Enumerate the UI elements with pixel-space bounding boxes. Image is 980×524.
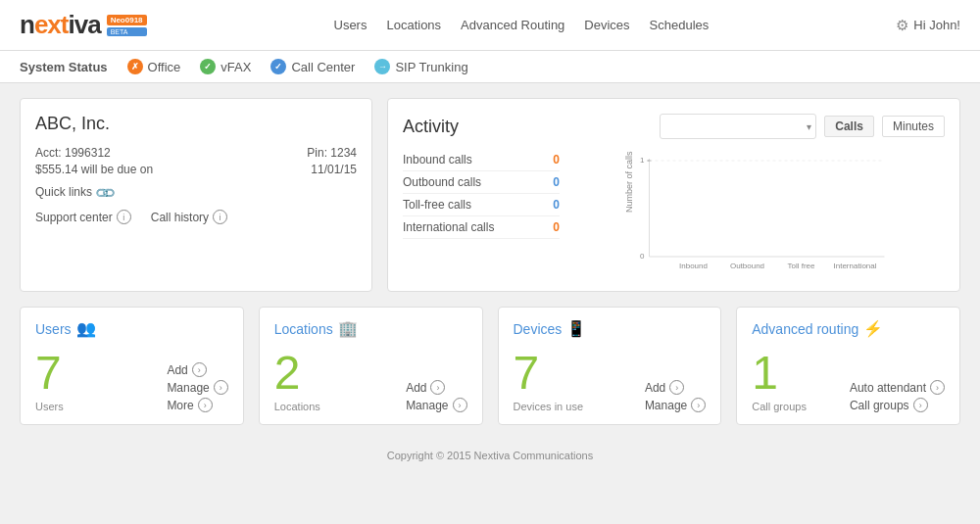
- stat-outbound: Outbound calls 0: [403, 171, 560, 194]
- svg-text:Inbound: Inbound: [679, 262, 708, 270]
- support-links: Support center i Call history i: [35, 210, 357, 224]
- office-label: Office: [148, 60, 181, 74]
- logo-ext: ext: [34, 10, 69, 39]
- status-sip[interactable]: → SIP Trunking: [374, 59, 467, 74]
- devices-big-number: 7: [514, 350, 584, 397]
- devices-add-icon: ›: [669, 380, 684, 395]
- nav-locations[interactable]: Locations: [386, 18, 441, 32]
- users-manage-link[interactable]: Manage ›: [167, 380, 227, 395]
- users-big-number-wrap: 7 Users: [35, 350, 64, 412]
- quick-links[interactable]: Quick links 🔗: [35, 184, 357, 200]
- routing-autoattendant-label: Auto attendant: [850, 381, 926, 395]
- users-big-label: Users: [35, 401, 64, 412]
- devices-big-number-wrap: 7 Devices in use: [514, 350, 584, 412]
- users-icon: 👥: [76, 319, 96, 338]
- users-card-title: Users 👥: [35, 319, 228, 338]
- logo-badge-sub: BETA: [107, 27, 147, 36]
- devices-add-link[interactable]: Add ›: [645, 380, 706, 395]
- routing-callgroups-label: Call groups: [850, 399, 909, 412]
- chart-y-label: Number of calls: [624, 151, 634, 213]
- activity-chart: Number of calls 1 0 Inbound Outbound: [569, 149, 945, 276]
- locations-big-number-wrap: 2 Locations: [274, 350, 320, 412]
- inbound-value: 0: [553, 153, 560, 167]
- status-vfax[interactable]: ✓ vFAX: [200, 59, 251, 74]
- tab-calls[interactable]: Calls: [824, 116, 874, 137]
- routing-big-label: Call groups: [752, 401, 807, 412]
- locations-manage-icon: ›: [453, 398, 467, 412]
- stat-tollfree: Toll-free calls 0: [403, 194, 560, 216]
- devices-manage-icon: ›: [691, 398, 706, 412]
- call-history-label: Call history: [151, 211, 209, 224]
- status-office[interactable]: ✗ Office: [127, 59, 181, 74]
- user-greeting: ⚙ Hi John!: [896, 17, 960, 34]
- users-manage-icon: ›: [214, 380, 228, 395]
- stat-international: International calls 0: [403, 216, 560, 239]
- nav-devices[interactable]: Devices: [584, 18, 629, 32]
- users-actions: Add › Manage › More ›: [167, 362, 227, 412]
- support-center-link[interactable]: Support center i: [35, 210, 131, 224]
- routing-callgroups-link[interactable]: Call groups ›: [850, 398, 945, 412]
- call-history-link[interactable]: Call history i: [151, 210, 227, 224]
- footer-text: Copyright © 2015 Nextiva Communications: [387, 450, 593, 461]
- routing-big-number-wrap: 1 Call groups: [752, 350, 807, 412]
- users-add-label: Add: [167, 363, 187, 377]
- devices-manage-link[interactable]: Manage ›: [645, 398, 706, 412]
- tollfree-label: Toll-free calls: [403, 198, 471, 212]
- nav-users[interactable]: Users: [334, 18, 368, 32]
- users-more-link[interactable]: More ›: [167, 398, 227, 412]
- activity-title: Activity: [403, 117, 459, 137]
- locations-card: Locations 🏢 2 Locations Add › Manage ›: [259, 307, 483, 425]
- locations-icon: 🏢: [338, 319, 358, 338]
- acct-label: Acct: 1996312: [35, 146, 111, 160]
- activity-body: Inbound calls 0 Outbound calls 0 Toll-fr…: [403, 149, 945, 276]
- locations-actions: Add › Manage ›: [406, 380, 466, 412]
- system-status-label: System Status: [20, 60, 108, 74]
- routing-actions: Auto attendant › Call groups ›: [850, 380, 945, 412]
- footer: Copyright © 2015 Nextiva Communications: [0, 440, 980, 471]
- inbound-label: Inbound calls: [403, 153, 472, 167]
- devices-card-body: 7 Devices in use Add › Manage ›: [514, 350, 707, 412]
- office-dot: ✗: [127, 59, 143, 74]
- users-add-icon: ›: [192, 362, 207, 377]
- routing-icon: ⚡: [863, 319, 883, 338]
- chart-area: Number of calls 1 0 Inbound Outbound: [569, 149, 945, 276]
- routing-big-number: 1: [752, 350, 807, 397]
- nav-advanced-routing[interactable]: Advanced Routing: [461, 18, 564, 32]
- main-content: ABC, Inc. Acct: 1996312 Pin: 1234 $555.1…: [0, 83, 980, 440]
- sip-label: SIP Trunking: [395, 60, 467, 74]
- svg-text:Toll free: Toll free: [787, 262, 815, 270]
- abc-billing-row: $555.14 will be due on 11/01/15: [35, 163, 357, 176]
- devices-icon: 📱: [566, 319, 586, 338]
- activity-stats: Inbound calls 0 Outbound calls 0 Toll-fr…: [403, 149, 560, 276]
- routing-autoattendant-icon: ›: [930, 380, 945, 395]
- gear-icon[interactable]: ⚙: [896, 17, 908, 34]
- tab-minutes[interactable]: Minutes: [882, 116, 945, 137]
- billing-date: 11/01/15: [311, 163, 357, 176]
- abc-card: ABC, Inc. Acct: 1996312 Pin: 1234 $555.1…: [20, 98, 372, 292]
- users-add-link[interactable]: Add ›: [167, 362, 227, 377]
- main-nav: Users Locations Advanced Routing Devices…: [334, 18, 710, 32]
- pin-label: Pin: 1234: [307, 146, 357, 160]
- vfax-dot: ✓: [200, 59, 216, 74]
- routing-card-title: Advanced routing ⚡: [752, 319, 945, 338]
- top-row: ABC, Inc. Acct: 1996312 Pin: 1234 $555.1…: [20, 98, 960, 292]
- locations-manage-label: Manage: [406, 399, 448, 412]
- devices-manage-label: Manage: [645, 399, 687, 412]
- devices-big-label: Devices in use: [514, 401, 584, 412]
- nav-schedules[interactable]: Schedules: [650, 18, 710, 32]
- outbound-label: Outbound calls: [403, 175, 481, 189]
- users-more-icon: ›: [198, 398, 213, 412]
- locations-big-number: 2: [274, 350, 320, 397]
- status-callcenter[interactable]: ✓ Call Center: [270, 59, 355, 74]
- activity-dropdown[interactable]: [660, 114, 816, 139]
- logo-badge: Neo0918: [107, 15, 147, 25]
- abc-acct-row: Acct: 1996312 Pin: 1234: [35, 146, 357, 160]
- locations-manage-link[interactable]: Manage ›: [406, 398, 466, 412]
- logo-badges: Neo0918 BETA: [107, 15, 147, 36]
- locations-add-link[interactable]: Add ›: [406, 380, 466, 395]
- tollfree-value: 0: [553, 198, 560, 212]
- locations-add-icon: ›: [430, 380, 445, 395]
- routing-autoattendant-link[interactable]: Auto attendant ›: [850, 380, 945, 395]
- vfax-label: vFAX: [220, 60, 251, 74]
- devices-add-label: Add: [645, 381, 665, 395]
